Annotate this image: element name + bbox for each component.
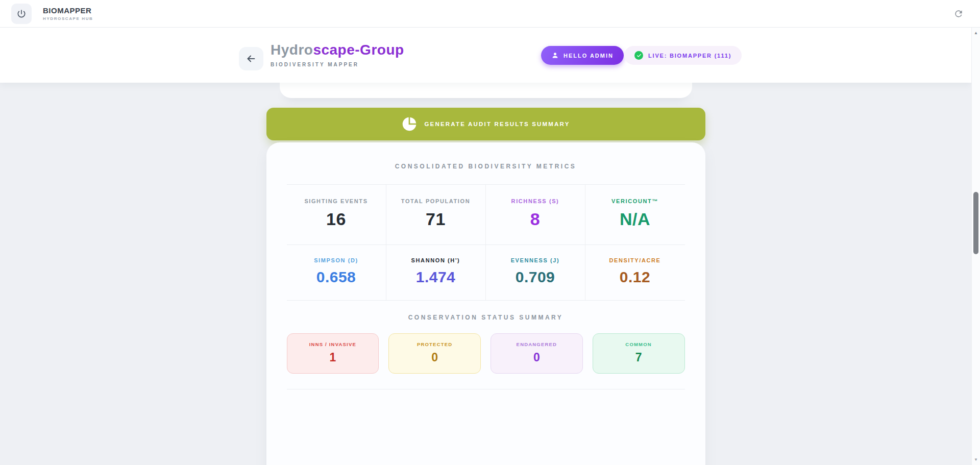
user-icon xyxy=(551,52,559,59)
metric-label: SIMPSON (D) xyxy=(287,257,386,263)
generate-audit-summary-button[interactable]: GENERATE AUDIT RESULTS SUMMARY xyxy=(266,108,705,140)
metric-label: SIGHTING EVENTS xyxy=(287,198,386,204)
content-column: GENERATE AUDIT RESULTS SUMMARY CONSOLIDA… xyxy=(0,83,971,465)
power-icon xyxy=(16,9,27,19)
pie-chart-icon xyxy=(401,116,418,132)
metrics-section-title: CONSOLIDATED BIODIVERSITY METRICS xyxy=(287,142,685,170)
metric-total-population: TOTAL POPULATION 71 xyxy=(386,185,486,244)
metric-evenness: EVENNESS (J) 0.709 xyxy=(486,245,585,300)
status-label: PROTECTED xyxy=(389,341,480,347)
metric-sighting-events: SIGHTING EVENTS 16 xyxy=(287,185,386,244)
metric-vericount: VERICOUNT™ N/A xyxy=(585,185,685,244)
status-label: INNS / INVASIVE xyxy=(287,341,379,347)
metric-value: 71 xyxy=(386,209,485,229)
page-header: Hydroscape-Group BIODIVERSITY MAPPER HEL… xyxy=(0,28,971,83)
status-value: 0 xyxy=(389,351,480,364)
hello-admin-label: HELLO ADMIN xyxy=(564,53,614,59)
metric-value: 8 xyxy=(486,209,585,229)
metric-label: SHANNON (H') xyxy=(386,257,485,263)
scroll-up-arrow[interactable]: ▲ xyxy=(972,31,980,35)
metric-value: 0.709 xyxy=(486,268,585,286)
status-value: 1 xyxy=(287,351,379,364)
divider xyxy=(287,300,685,301)
metric-value: 16 xyxy=(287,209,386,229)
status-label: ENDANGERED xyxy=(491,341,582,347)
top-bar: BIOMAPPER HYDROSCAPE HUB xyxy=(0,0,980,28)
metrics-row-2: SIMPSON (D) 0.658 SHANNON (H') 1.474 EVE… xyxy=(287,245,685,300)
status-cards-row: INNS / INVASIVE 1 PROTECTED 0 ENDANGERED… xyxy=(287,333,685,374)
hello-admin-badge[interactable]: HELLO ADMIN xyxy=(541,46,624,65)
brand-block: BIOMAPPER HYDROSCAPE HUB xyxy=(43,6,93,21)
refresh-button[interactable] xyxy=(953,9,964,19)
page-title: Hydroscape-Group xyxy=(271,42,404,58)
status-card-protected: PROTECTED 0 xyxy=(388,333,481,374)
title-part-purple: scape-Group xyxy=(313,42,404,58)
brand-subtitle: HYDROSCAPE HUB xyxy=(43,16,93,21)
metric-density-acre: DENSITY/ACRE 0.12 xyxy=(585,245,685,300)
divider xyxy=(287,389,685,389)
generate-button-label: GENERATE AUDIT RESULTS SUMMARY xyxy=(424,121,570,127)
metric-richness: RICHNESS (S) 8 xyxy=(486,185,585,244)
scrollbar-thumb[interactable] xyxy=(973,192,978,254)
scroll-down-arrow[interactable]: ▼ xyxy=(972,457,980,462)
metric-label: RICHNESS (S) xyxy=(486,198,585,204)
metrics-card: CONSOLIDATED BIODIVERSITY METRICS SIGHTI… xyxy=(266,142,705,465)
status-value: 0 xyxy=(491,351,582,364)
vertical-scrollbar[interactable]: ▲ ▼ xyxy=(971,28,980,465)
metric-value: 0.12 xyxy=(585,268,685,286)
live-status-badge: LIVE: BIOMAPPER (111) xyxy=(624,46,742,65)
power-button[interactable] xyxy=(11,4,32,24)
check-circle-icon xyxy=(634,51,643,60)
metric-simpson: SIMPSON (D) 0.658 xyxy=(287,245,386,300)
metric-value: 1.474 xyxy=(386,268,485,286)
metric-label: VERICOUNT™ xyxy=(585,198,685,204)
status-card-endangered: ENDANGERED 0 xyxy=(491,333,583,374)
page-subtitle: BIODIVERSITY MAPPER xyxy=(271,62,404,67)
status-section-title: CONSERVATION STATUS SUMMARY xyxy=(287,314,685,321)
live-status-label: LIVE: BIOMAPPER (111) xyxy=(648,53,731,59)
refresh-icon xyxy=(953,9,964,19)
status-label: COMMON xyxy=(593,341,684,347)
metric-label: EVENNESS (J) xyxy=(486,257,585,263)
status-card-invasive: INNS / INVASIVE 1 xyxy=(287,333,379,374)
status-value: 7 xyxy=(593,351,684,364)
title-block: Hydroscape-Group BIODIVERSITY MAPPER xyxy=(271,42,404,67)
back-button[interactable] xyxy=(239,47,263,70)
metric-shannon: SHANNON (H') 1.474 xyxy=(386,245,486,300)
brand-name: BIOMAPPER xyxy=(43,6,93,15)
metric-label: DENSITY/ACRE xyxy=(585,257,685,263)
status-card-common: COMMON 7 xyxy=(593,333,685,374)
metrics-row-1: SIGHTING EVENTS 16 TOTAL POPULATION 71 R… xyxy=(287,185,685,244)
metric-label: TOTAL POPULATION xyxy=(386,198,485,204)
metric-value: 0.658 xyxy=(287,268,386,286)
previous-card-bottom xyxy=(280,83,692,98)
title-part-gray: Hydro xyxy=(271,42,313,58)
metric-value: N/A xyxy=(585,209,685,229)
arrow-left-icon xyxy=(246,53,257,64)
